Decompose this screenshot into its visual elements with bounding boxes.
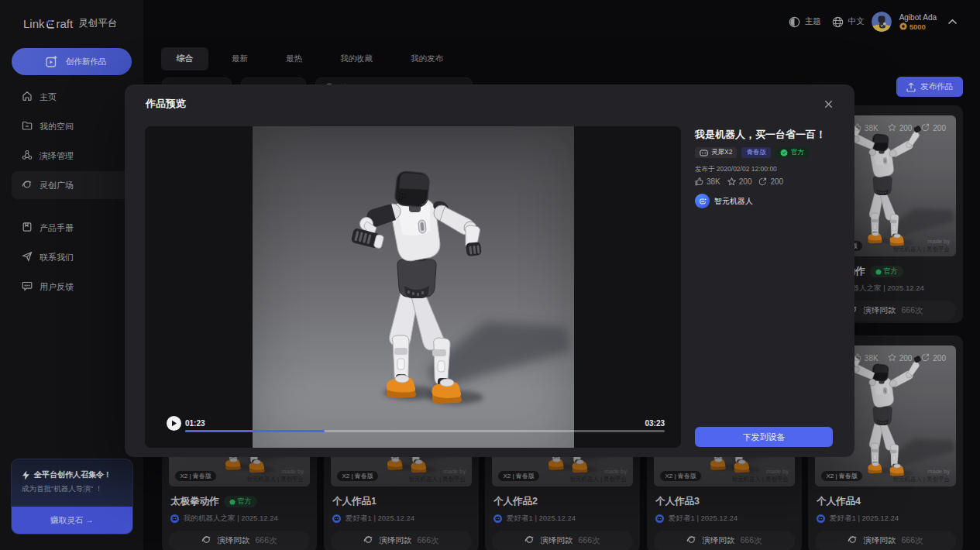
stars-stat[interactable]: 200 [727, 177, 752, 186]
preview-modal: 作品预览 01:23 03:23 我是机器人，买一台省一百！ 灵犀X2 青春版 … [125, 84, 854, 457]
tag-official: 官方 [775, 147, 809, 158]
send-to-device-label: 下发到设备 [743, 431, 786, 443]
shares-count: 200 [770, 177, 783, 186]
stars-count: 200 [739, 177, 752, 186]
work-title: 我是机器人，买一台省一百！ [695, 129, 834, 141]
tag-model-label: 灵犀X2 [711, 148, 732, 157]
close-icon[interactable] [824, 100, 833, 108]
tag-version: 青春版 [741, 147, 771, 158]
author-avatar [695, 194, 710, 208]
shares-stat[interactable]: 200 [758, 177, 783, 186]
star-icon [727, 177, 736, 186]
thumb-up-icon [695, 177, 703, 186]
share-icon [758, 177, 767, 186]
robot-face-icon [698, 197, 707, 206]
progress-fill [185, 430, 325, 432]
likes-count: 38K [707, 177, 720, 186]
video-player: 01:23 03:23 [145, 126, 681, 448]
tag-model: 灵犀X2 [695, 147, 737, 158]
send-to-device-button[interactable]: 下发到设备 [695, 427, 833, 447]
work-stats: 38K 200 200 [695, 177, 834, 186]
video-frame [253, 126, 574, 448]
verified-icon [780, 149, 788, 156]
likes-stat[interactable]: 38K [695, 177, 720, 186]
work-author[interactable]: 智元机器人 [695, 194, 834, 208]
current-time: 01:23 [185, 419, 205, 428]
publish-date: 发布于 2020/02/02 12:00:00 [695, 165, 834, 174]
author-name: 智元机器人 [714, 196, 753, 207]
modal-title: 作品预览 [146, 97, 186, 111]
tag-version-label: 青春版 [746, 148, 766, 157]
work-detail-panel: 我是机器人，买一台省一百！ 灵犀X2 青春版 官方 发布于 2020/02/02… [695, 129, 834, 208]
work-tags: 灵犀X2 青春版 官方 [695, 147, 834, 158]
tag-official-label: 官方 [791, 148, 804, 157]
progress-track[interactable] [185, 430, 665, 432]
total-time: 03:23 [645, 419, 665, 428]
play-button[interactable] [167, 416, 181, 431]
robot-face-icon [700, 150, 708, 156]
robot-video-still [253, 126, 574, 448]
